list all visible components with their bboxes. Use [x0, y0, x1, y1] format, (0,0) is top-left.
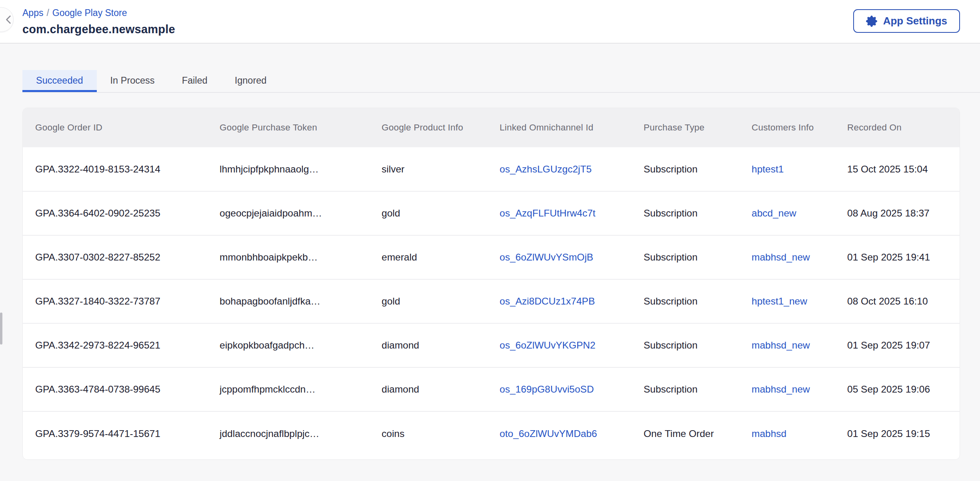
cell-product-info: silver — [369, 147, 487, 191]
cell-purchase-token: bohapagboofanljdfka… — [207, 279, 369, 323]
cell-purchase-type: Subscription — [631, 147, 739, 191]
tab-in-process[interactable]: In Process — [97, 70, 168, 92]
status-tabbar: Succeeded In Process Failed Ignored — [22, 70, 980, 93]
breadcrumb-separator: / — [43, 8, 52, 18]
cell-product-info: coins — [369, 411, 487, 455]
cell-recorded-on: 01 Sep 2025 19:15 — [835, 411, 960, 455]
customer-link[interactable]: mabhsd_new — [752, 384, 810, 395]
column-header-purchase-type: Purchase Type — [631, 108, 739, 147]
cell-purchase-token: ogeocpjejaiaidpoahm… — [207, 191, 369, 235]
omnichannel-id-link[interactable]: oto_6oZlWUvYMDab6 — [500, 428, 597, 439]
table-row: GPA.3379-9574-4471-15671 jddlaccnocjnafl… — [23, 411, 960, 455]
cell-purchase-type: Subscription — [631, 191, 739, 235]
cell-purchase-token: eipkopkboafgadpch… — [207, 323, 369, 367]
cell-recorded-on: 05 Sep 2025 19:06 — [835, 367, 960, 411]
customer-link[interactable]: mabhsd_new — [752, 340, 810, 351]
column-header-customers-info: Customers Info — [739, 108, 835, 147]
tab-failed[interactable]: Failed — [168, 70, 221, 92]
cell-product-info: diamond — [369, 367, 487, 411]
table-header-row: Google Order ID Google Purchase Token Go… — [23, 108, 960, 147]
cell-order-id: GPA.3342-2973-8224-96521 — [23, 323, 207, 367]
omnichannel-id-link[interactable]: os_AzqFLFUtHrw4c7t — [500, 208, 596, 218]
cell-purchase-type: Subscription — [631, 323, 739, 367]
breadcrumb-apps-link[interactable]: Apps — [22, 8, 43, 18]
cell-purchase-type: Subscription — [631, 279, 739, 323]
column-header-product-info: Google Product Info — [369, 108, 487, 147]
column-header-omnichannel-id: Linked Omnichannel Id — [487, 108, 631, 147]
gear-icon — [866, 16, 877, 27]
cell-recorded-on: 08 Aug 2025 18:37 — [835, 191, 960, 235]
cell-purchase-token: mmonbhboaipkpekb… — [207, 235, 369, 279]
omnichannel-id-link[interactable]: os_Azi8DCUz1x74PB — [500, 296, 595, 307]
app-settings-label: App Settings — [883, 15, 947, 27]
cell-purchase-type: Subscription — [631, 367, 739, 411]
left-scrollbar-thumb[interactable] — [0, 313, 2, 345]
cell-purchase-token: lhmhjcipfpkphnaaolg… — [207, 147, 369, 191]
breadcrumb: Apps/Google Play Store — [22, 6, 960, 19]
cell-purchase-token: jcppomfhpmcklccdn… — [207, 367, 369, 411]
cell-product-info: gold — [369, 279, 487, 323]
customer-link[interactable]: hptest1 — [752, 164, 784, 174]
cell-order-id: GPA.3322-4019-8153-24314 — [23, 147, 207, 191]
page-header: Apps/Google Play Store com.chargebee.new… — [0, 0, 980, 44]
cell-recorded-on: 01 Sep 2025 19:07 — [835, 323, 960, 367]
app-settings-button[interactable]: App Settings — [853, 9, 960, 33]
table-row: GPA.3307-0302-8227-85252 mmonbhboaipkpek… — [23, 235, 960, 279]
column-header-purchase-token: Google Purchase Token — [207, 108, 369, 147]
column-header-order-id: Google Order ID — [23, 108, 207, 147]
breadcrumb-store-link[interactable]: Google Play Store — [52, 8, 127, 18]
customer-link[interactable]: mabhsd_new — [752, 252, 810, 263]
chevron-left-icon[interactable] — [4, 14, 14, 25]
cell-order-id: GPA.3363-4784-0738-99645 — [23, 367, 207, 411]
omnichannel-id-link[interactable]: os_AzhsLGUzgc2jT5 — [500, 164, 592, 174]
page-title: com.chargebee.newsample — [22, 22, 960, 37]
customer-link[interactable]: abcd_new — [752, 208, 796, 218]
table-row: GPA.3364-6402-0902-25235 ogeocpjejaiaidp… — [23, 191, 960, 235]
cell-purchase-type: One Time Order — [631, 411, 739, 455]
customer-link[interactable]: hptest1_new — [752, 296, 807, 307]
tab-ignored[interactable]: Ignored — [221, 70, 280, 92]
cell-order-id: GPA.3364-6402-0902-25235 — [23, 191, 207, 235]
cell-product-info: gold — [369, 191, 487, 235]
omnichannel-id-link[interactable]: os_6oZlWUvYSmOjB — [500, 252, 593, 263]
cell-recorded-on: 08 Oct 2025 16:10 — [835, 279, 960, 323]
cell-recorded-on: 01 Sep 2025 19:41 — [835, 235, 960, 279]
table-row: GPA.3322-4019-8153-24314 lhmhjcipfpkphna… — [23, 147, 960, 191]
cell-purchase-type: Subscription — [631, 235, 739, 279]
table-row: GPA.3327-1840-3322-73787 bohapagboofanlj… — [23, 279, 960, 323]
purchases-table-card: Google Order ID Google Purchase Token Go… — [22, 108, 960, 460]
cell-order-id: GPA.3379-9574-4471-15671 — [23, 411, 207, 455]
customer-link[interactable]: mabhsd — [752, 428, 786, 439]
cell-purchase-token: jddlaccnocjnaflbplpjc… — [207, 411, 369, 455]
omnichannel-id-link[interactable]: os_169pG8Uvvi5oSD — [500, 384, 594, 395]
table-row: GPA.3363-4784-0738-99645 jcppomfhpmcklcc… — [23, 367, 960, 411]
cell-product-info: diamond — [369, 323, 487, 367]
cell-product-info: emerald — [369, 235, 487, 279]
omnichannel-id-link[interactable]: os_6oZlWUvYKGPN2 — [500, 340, 596, 351]
tab-succeeded[interactable]: Succeeded — [22, 70, 97, 92]
main-content: Succeeded In Process Failed Ignored Goog… — [0, 44, 980, 460]
cell-order-id: GPA.3307-0302-8227-85252 — [23, 235, 207, 279]
cell-order-id: GPA.3327-1840-3322-73787 — [23, 279, 207, 323]
cell-recorded-on: 15 Oct 2025 15:04 — [835, 147, 960, 191]
table-row: GPA.3342-2973-8224-96521 eipkopkboafgadp… — [23, 323, 960, 367]
purchases-table: Google Order ID Google Purchase Token Go… — [23, 108, 960, 455]
column-header-recorded-on: Recorded On — [835, 108, 960, 147]
